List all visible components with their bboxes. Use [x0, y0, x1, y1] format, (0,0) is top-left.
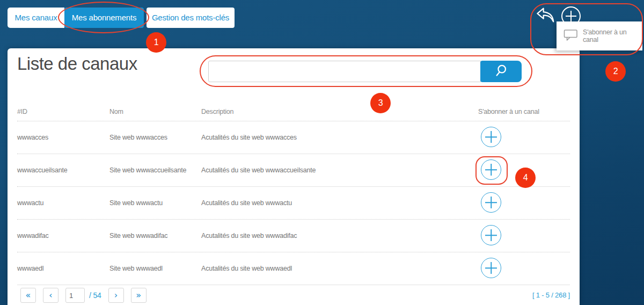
pagination: « ‹ / 54 › » [20, 288, 147, 303]
speech-bubble-icon [564, 29, 578, 43]
search-bar [208, 61, 522, 82]
cell-description: Acutalités du site web wwwadifac [201, 232, 478, 239]
table-row: wwwaccueilsante Site web wwwaccueilsante… [17, 154, 570, 187]
column-header-id: #ID [17, 108, 109, 115]
row-subscribe-plus-button[interactable] [481, 258, 501, 278]
tab-gestion-mots-cles[interactable]: Gestion des mots-clés [147, 8, 235, 28]
cell-description: Acutalités du site web wwwacces [201, 134, 478, 141]
row-subscribe-plus-button[interactable] [481, 127, 501, 147]
app-background: Mes canaux Mes abonnements Gestion des m… [0, 0, 644, 305]
result-range-label: [ 1 - 5 / 268 ] [532, 291, 570, 299]
last-page-button[interactable]: » [131, 288, 147, 303]
cell-nom: Site web wwwacces [109, 134, 201, 141]
subscribe-tooltip[interactable]: S'abonner à un canal [557, 21, 642, 50]
channel-list-panel: Liste de canaux #ID Nom Description S'ab… [8, 48, 580, 305]
cell-description: Acutalités du site web wwwactu [201, 199, 478, 207]
search-icon [494, 63, 508, 79]
cell-nom: Site web wwwadifac [109, 232, 201, 239]
tooltip-label: S'abonner à un canal [583, 28, 642, 43]
first-page-button[interactable]: « [20, 288, 36, 303]
page-title: Liste de canaux [17, 54, 137, 74]
cell-id: wwwactu [17, 199, 109, 207]
column-header-nom: Nom [109, 108, 201, 115]
table-header-row: #ID Nom Description S'abonner à un canal [17, 102, 570, 121]
column-header-description: Description [201, 108, 478, 115]
cell-nom: Site web wwwactu [109, 199, 201, 207]
row-subscribe-plus-button[interactable] [481, 192, 501, 213]
cell-id: wwwaedl [17, 265, 109, 272]
cell-id: wwwadifac [17, 232, 109, 239]
cell-description: Acutalités du site web wwwaedl [201, 265, 478, 272]
row-subscribe-plus-button[interactable] [481, 159, 501, 180]
annotation-badge-2: 2 [605, 61, 626, 82]
tab-mes-abonnements[interactable]: Mes abonnements [64, 8, 144, 28]
channels-table: #ID Nom Description S'abonner à un canal… [17, 102, 570, 285]
next-page-button[interactable]: › [108, 288, 124, 303]
cell-id: wwwaccueilsante [17, 166, 109, 174]
search-input[interactable] [208, 61, 481, 82]
cell-description: Acutalités du site web wwwaccueilsante [201, 166, 478, 174]
tab-bar: Mes canaux Mes abonnements Gestion des m… [8, 8, 235, 28]
table-row: wwwactu Site web wwwactu Acutalités du s… [17, 187, 570, 220]
table-row: wwwaedl Site web wwwaedl Acutalités du s… [17, 252, 570, 285]
prev-page-button[interactable]: ‹ [43, 288, 58, 303]
back-arrow-icon[interactable] [536, 6, 555, 26]
tab-mes-canaux[interactable]: Mes canaux [8, 8, 64, 28]
total-pages-label: / 54 [89, 291, 101, 300]
cell-nom: Site web wwwaedl [109, 265, 201, 272]
table-row: wwwacces Site web wwwacces Acutalités du… [17, 121, 570, 154]
row-subscribe-plus-button[interactable] [481, 225, 501, 245]
table-row: wwwadifac Site web wwwadifac Acutalités … [17, 220, 570, 252]
page-number-input[interactable] [65, 288, 85, 303]
cell-nom: Site web wwwaccueilsante [109, 166, 201, 174]
cell-id: wwwacces [17, 134, 109, 141]
search-button[interactable] [480, 61, 522, 82]
column-header-subscribe: S'abonner à un canal [478, 108, 570, 115]
